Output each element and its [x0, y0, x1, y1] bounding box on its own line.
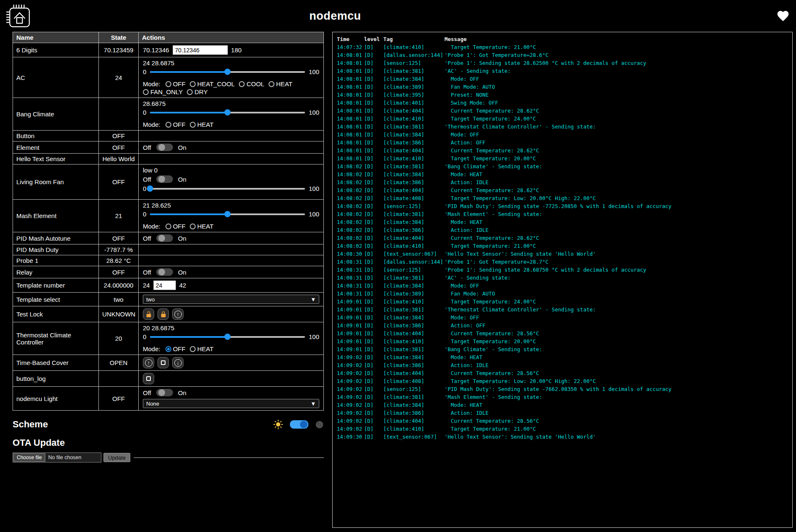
log-entry-tag: [sensor:125]	[383, 202, 445, 210]
stop-button[interactable]	[158, 357, 169, 368]
entity-name: Mash Element	[13, 200, 99, 232]
log-entry-level: [D]	[364, 377, 383, 385]
entity-name: button_log	[13, 371, 99, 387]
mode-radio-heat[interactable]: HEAT	[190, 121, 214, 128]
entity-actions: 21 28.625 0 100 Mode: OFF HEAT	[139, 200, 324, 232]
log-entry-message: 'Bang Climate' - Sending state:	[445, 162, 788, 170]
slider-knob[interactable]	[225, 109, 231, 116]
mode-radio-off[interactable]: OFF	[165, 80, 186, 87]
toggle-switch[interactable]	[156, 175, 173, 183]
log-entry-tag: [climate:386]	[383, 321, 445, 329]
log-entry-tag: [climate:384]	[383, 75, 445, 83]
mode-radio-dry[interactable]: DRY	[187, 88, 207, 95]
log-entry-level: [D]	[364, 353, 383, 361]
heart-icon[interactable]	[776, 9, 790, 23]
log-entry-level: [D]	[364, 242, 383, 250]
log-entry-time: 14:08:30	[337, 250, 364, 258]
log-panel[interactable]: Time level Tag Message 14:07:32 [D] [cli…	[332, 32, 793, 528]
slider[interactable]	[150, 69, 305, 75]
log-entry-level: [D]	[364, 162, 383, 170]
mode-radio-off[interactable]: OFF	[165, 223, 186, 230]
slider-knob[interactable]	[225, 334, 231, 340]
ota-heading: OTA Update	[13, 437, 324, 448]
number-input[interactable]	[153, 280, 176, 290]
log-header-tag: Tag	[383, 35, 445, 43]
log-entry-time: 14:08:02	[337, 226, 364, 234]
log-entry-tag: [climate:408]	[383, 377, 445, 385]
slider[interactable]	[150, 109, 305, 116]
entities-column: NameStateActions 6 Digits 70.123459 70.1…	[13, 32, 324, 463]
log-entry: 14:08:01 [D] [climate:395] Preset: NONE	[337, 91, 788, 99]
log-entry-level: [D]	[364, 266, 383, 274]
slider-knob[interactable]	[225, 211, 231, 217]
mode-radio-heat[interactable]: HEAT	[190, 223, 214, 230]
log-entry-level: [D]	[364, 115, 383, 123]
table-row: Template number 24.000000 24 42	[13, 278, 324, 293]
log-entry-time: 14:08:01	[337, 146, 364, 154]
arrow-up-button[interactable]: ↑	[172, 308, 183, 320]
slider-row: 0 100	[143, 211, 319, 218]
scheme-toggle[interactable]	[290, 420, 308, 429]
log-entry-message: Fan Mode: AUTO	[445, 83, 788, 91]
mode-radio-cool[interactable]: COOL	[239, 80, 264, 87]
select-dropdown[interactable]: two ▼	[143, 295, 319, 304]
entity-table: NameStateActions 6 Digits 70.123459 70.1…	[13, 32, 324, 411]
lock-button[interactable]	[158, 308, 169, 320]
log-entry: 14:09:02 [D] [climate:386] Action: IDLE	[337, 361, 788, 369]
mode-radio-heat_cool[interactable]: HEAT_COOL	[190, 80, 235, 87]
arrow-down-button[interactable]: ↓	[172, 357, 183, 368]
toggle-switch[interactable]	[156, 144, 173, 151]
slider-knob[interactable]	[225, 69, 231, 75]
toggle-switch[interactable]	[156, 234, 173, 242]
log-entry-tag: [sensor:125]	[383, 266, 445, 274]
mode-radio-off[interactable]: OFF	[165, 345, 186, 352]
log-entry-time: 14:09:02	[337, 393, 364, 401]
unlock-button[interactable]	[143, 308, 154, 320]
log-entry-level: [D]	[364, 298, 383, 306]
slider[interactable]	[150, 334, 305, 340]
log-entry-message: Mode: HEAT	[445, 218, 788, 226]
arrow-up-button[interactable]: ↑	[143, 357, 154, 368]
log-entry-tag: [climate:404]	[383, 234, 445, 242]
mode-radio-heat[interactable]: HEAT	[190, 345, 214, 352]
entity-name: Element	[13, 141, 99, 154]
log-entry-level: [D]	[364, 393, 383, 401]
slider[interactable]	[150, 185, 305, 192]
log-entry: 14:08:01 [D] [climate:404] Current Tempe…	[337, 107, 788, 115]
file-input[interactable]: Choose file No file chosen	[13, 452, 101, 463]
select-dropdown[interactable]: None ▼	[143, 399, 319, 408]
number-input[interactable]	[173, 45, 228, 55]
log-entry: 14:08:02 [D] [climate:410] Target Temper…	[337, 242, 788, 250]
choose-file-button[interactable]: Choose file	[13, 453, 45, 462]
slider-max-label: 100	[309, 185, 319, 192]
log-entry-time: 14:08:01	[337, 99, 364, 107]
log-entry-time: 14:08:01	[337, 75, 364, 83]
mode-radio-off[interactable]: OFF	[165, 121, 186, 128]
entity-name: Time-Based Cover	[13, 355, 99, 371]
table-row: Relay OFF Off On	[13, 266, 324, 278]
entity-name: Bang Climate	[13, 98, 99, 131]
log-entry-level: [D]	[364, 433, 383, 441]
header: nodemcu	[0, 0, 796, 32]
log-entry-tag: [climate:381]	[383, 306, 445, 314]
update-button[interactable]: Update	[103, 453, 130, 462]
chevron-down-icon: ▼	[310, 401, 316, 407]
log-entry-level: [D]	[364, 258, 383, 266]
stop-button[interactable]	[143, 373, 154, 384]
slider-knob[interactable]	[147, 185, 153, 192]
log-entry-message: 'PID Mash Duty': Sending state -7725.208…	[445, 202, 788, 210]
mode-radio-heat[interactable]: HEAT	[269, 80, 292, 87]
button-row: ↑	[143, 308, 319, 320]
log-entry-time: 14:08:31	[337, 290, 364, 298]
mode-radio-fan_only[interactable]: FAN_ONLY	[143, 88, 183, 95]
toggle-switch[interactable]	[156, 268, 173, 276]
entity-table-body: 6 Digits 70.123459 70.12346 180 AC 24 24…	[13, 43, 324, 411]
log-entry-tag: [text_sensor:067]	[383, 433, 445, 441]
log-entry-message: Preset: NONE	[445, 91, 788, 99]
log-entry-tag: [sensor:125]	[383, 59, 445, 67]
toggle-switch[interactable]	[156, 389, 173, 396]
log-entry: 14:09:01 [D] [climate:381] 'Bang Climate…	[337, 345, 788, 353]
arrow-down-icon: ↓	[174, 359, 182, 367]
log-entry-time: 14:08:01	[337, 59, 364, 67]
slider[interactable]	[150, 211, 305, 217]
